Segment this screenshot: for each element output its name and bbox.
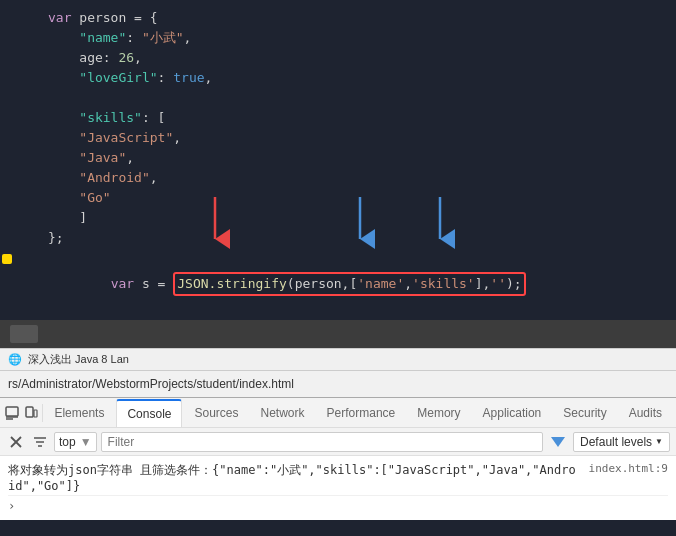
log-source: index.html:9: [589, 462, 668, 475]
browser-area: 🌐 深入浅出 Java 8 Lan rs/Administrator/Webst…: [0, 348, 676, 397]
svg-rect-6: [26, 407, 33, 417]
line-code-highlight: var s = JSON.stringify(person,['name','s…: [40, 252, 676, 316]
console-prompt-line[interactable]: ›: [8, 496, 668, 516]
clear-icon: [9, 435, 23, 449]
line-code-7: "JavaScript",: [40, 128, 676, 148]
filter-toggle-btn[interactable]: [30, 432, 50, 452]
code-content: var person = { "name": "小武", age: 26, "l…: [0, 0, 676, 320]
svg-rect-7: [34, 410, 37, 417]
device-toggle-btn[interactable]: [23, 401, 40, 425]
highlight-box: JSON.stringify(person,['name','skills'],…: [173, 272, 525, 296]
line-code-4: "loveGirl": true,: [40, 68, 676, 88]
code-line-8: "Java",: [0, 148, 676, 168]
context-select[interactable]: top ▼: [54, 432, 97, 452]
page-title-bar: 🌐 深入浅出 Java 8 Lan: [0, 349, 676, 371]
address-bar: rs/Administrator/WebstormProjects/studen…: [0, 371, 676, 397]
svg-rect-3: [6, 407, 18, 416]
line-code-2: "name": "小武",: [40, 28, 676, 48]
console-output-area: 将对象转为json字符串 且筛选条件：{"name":"小武","skills"…: [0, 456, 676, 520]
devtools-panel: Elements Console Sources Network Perform…: [0, 397, 676, 520]
tab-performance[interactable]: Performance: [317, 399, 406, 427]
tab-strip-divider: [42, 404, 43, 422]
code-line-9: "Android",: [0, 168, 676, 188]
tab-memory[interactable]: Memory: [407, 399, 470, 427]
default-levels-btn[interactable]: Default levels ▼: [573, 432, 670, 452]
line-code-9: "Android",: [40, 168, 676, 188]
device-icon: [24, 406, 38, 420]
arrows-svg: [80, 197, 580, 255]
tab-network[interactable]: Network: [251, 399, 315, 427]
line-code-5: [40, 88, 676, 108]
code-line-5: [0, 88, 676, 108]
inspect-icon: [5, 406, 19, 420]
code-line-highlight: var s = JSON.stringify(person,['name','s…: [0, 252, 676, 316]
line-code-6: "skills": [: [40, 108, 676, 128]
filter-input[interactable]: [101, 432, 543, 452]
tab-sources[interactable]: Sources: [184, 399, 248, 427]
inspect-element-btn[interactable]: [4, 401, 21, 425]
globe-icon: 🌐: [8, 353, 22, 366]
window-divider: [0, 320, 676, 348]
line-code-1: var person = {: [40, 8, 676, 28]
devtools-tab-strip: Elements Console Sources Network Perform…: [0, 398, 676, 428]
address-text: rs/Administrator/WebstormProjects/studen…: [8, 377, 294, 391]
page-title: 深入浅出 Java 8 Lan: [28, 352, 129, 367]
blue-arrow-indicator: [551, 437, 565, 447]
taskbar-icon: [10, 325, 38, 343]
current-line-indicator: [2, 254, 12, 264]
code-line-7: "JavaScript",: [0, 128, 676, 148]
line-code-8: "Java",: [40, 148, 676, 168]
code-line-6: "skills": [: [0, 108, 676, 128]
console-log-entry: 将对象转为json字符串 且筛选条件：{"name":"小武","skills"…: [8, 460, 668, 496]
tab-elements[interactable]: Elements: [44, 399, 114, 427]
tab-console[interactable]: Console: [116, 399, 182, 427]
code-editor: var person = { "name": "小武", age: 26, "l…: [0, 0, 676, 320]
code-line-1: var person = {: [0, 8, 676, 28]
prompt-caret-icon: ›: [8, 499, 15, 513]
code-line-3: age: 26,: [0, 48, 676, 68]
tab-audits[interactable]: Audits: [619, 399, 672, 427]
tab-security[interactable]: Security: [553, 399, 616, 427]
chevron-down-icon: ▼: [655, 437, 663, 446]
context-dropdown-icon: ▼: [80, 435, 92, 449]
code-line-4: "loveGirl": true,: [0, 68, 676, 88]
console-toolbar: top ▼ Default levels ▼: [0, 428, 676, 456]
log-message: 将对象转为json字符串 且筛选条件：{"name":"小武","skills"…: [8, 462, 581, 493]
line-code-3: age: 26,: [40, 48, 676, 68]
code-line-2: "name": "小武",: [0, 28, 676, 48]
filter-icon: [33, 435, 47, 449]
tab-application[interactable]: Application: [473, 399, 552, 427]
clear-console-btn[interactable]: [6, 432, 26, 452]
